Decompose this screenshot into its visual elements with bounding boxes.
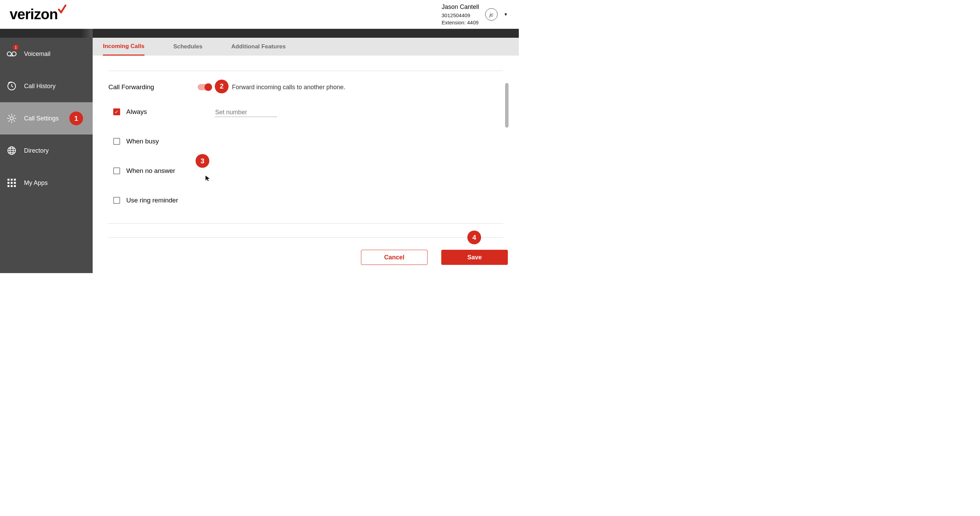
sidebar-item-voicemail[interactable]: 1 Voicemail — [0, 38, 93, 70]
sidebar-item-call-history[interactable]: Call History — [0, 70, 93, 102]
user-info: Jason Cantell 3012504409 Extension: 4409 — [442, 3, 479, 26]
svg-rect-23 — [14, 182, 16, 184]
scrollbar[interactable] — [505, 83, 509, 128]
svg-rect-20 — [14, 179, 16, 181]
main: Incoming Calls Schedules Additional Feat… — [93, 29, 519, 273]
user-extension: Extension: 4409 — [442, 19, 479, 26]
svg-rect-26 — [14, 185, 16, 187]
globe-icon — [6, 145, 17, 156]
checkbox-when-no-answer[interactable] — [113, 167, 120, 174]
svg-point-0 — [7, 52, 11, 56]
tab-incoming-calls[interactable]: Incoming Calls — [103, 38, 145, 56]
cancel-button[interactable]: Cancel — [361, 250, 428, 265]
option-always[interactable]: ✓ Always — [113, 108, 503, 116]
sidebar-item-directory[interactable]: Directory — [0, 135, 93, 167]
call-history-icon — [6, 81, 17, 92]
call-forwarding-toggle[interactable] — [198, 84, 212, 90]
call-forwarding-row: Call Forwarding 2 Forward incoming calls… — [108, 83, 503, 91]
gear-icon — [6, 113, 17, 124]
verizon-check-icon — [57, 4, 67, 16]
checkbox-always[interactable]: ✓ — [113, 108, 120, 115]
svg-point-1 — [12, 52, 16, 56]
check-icon: ✓ — [115, 110, 119, 114]
content: Call Forwarding 2 Forward incoming calls… — [93, 56, 519, 273]
toggle-knob — [205, 83, 212, 91]
set-number-input[interactable] — [215, 108, 277, 117]
sidebar-item-label: Voicemail — [24, 51, 51, 58]
svg-point-4 — [10, 117, 13, 120]
option-when-busy[interactable]: When busy — [113, 138, 503, 145]
option-label: Use ring reminder — [126, 197, 178, 204]
sidebar-item-my-apps[interactable]: My Apps — [0, 167, 93, 199]
tab-additional-features[interactable]: Additional Features — [231, 38, 286, 56]
chevron-down-icon[interactable]: ▼ — [504, 12, 508, 17]
footer-buttons: Cancel Save — [361, 250, 508, 265]
svg-line-10 — [14, 121, 15, 121]
sidebar-item-label: My Apps — [24, 179, 48, 187]
sidebar-item-label: Directory — [24, 147, 49, 154]
divider — [108, 237, 503, 238]
tabs: Incoming Calls Schedules Additional Feat… — [93, 38, 519, 56]
checkbox-ring-reminder[interactable] — [113, 197, 120, 204]
option-label: Always — [126, 108, 147, 116]
svg-rect-18 — [8, 179, 10, 181]
svg-rect-22 — [11, 182, 13, 184]
tab-schedules[interactable]: Schedules — [173, 38, 202, 56]
option-label: When no answer — [126, 167, 175, 175]
save-button[interactable]: Save — [441, 250, 508, 265]
svg-rect-25 — [11, 185, 13, 187]
forwarding-options: ✓ Always When busy When no answer — [113, 108, 503, 204]
section-description: Forward incoming calls to another phone. — [232, 84, 345, 91]
svg-rect-24 — [8, 185, 10, 187]
user-id: 3012504409 — [442, 12, 479, 19]
sidebar-item-label: Call Settings — [24, 115, 59, 122]
section-title: Call Forwarding — [108, 83, 173, 91]
cursor-icon — [205, 175, 210, 183]
option-label: When busy — [126, 138, 159, 145]
logo-text: verizon — [10, 6, 58, 23]
svg-line-9 — [9, 115, 10, 116]
option-ring-reminder[interactable]: Use ring reminder — [113, 197, 503, 204]
topbar: verizon Jason Cantell 3012504409 Extensi… — [0, 0, 519, 29]
checkbox-when-busy[interactable] — [113, 138, 120, 145]
svg-rect-21 — [8, 182, 10, 184]
annotation-3: 3 — [196, 154, 209, 168]
avatar[interactable]: jc — [485, 8, 498, 21]
apps-grid-icon — [6, 177, 17, 188]
divider — [108, 71, 503, 71]
annotation-4: 4 — [467, 230, 481, 244]
user-name: Jason Cantell — [442, 3, 479, 11]
annotation-2: 2 — [215, 79, 229, 93]
voicemail-badge: 1 — [13, 44, 19, 50]
annotation-1: 1 — [69, 111, 83, 125]
divider — [108, 223, 503, 224]
user-block[interactable]: Jason Cantell 3012504409 Extension: 4409… — [442, 3, 508, 26]
svg-line-11 — [14, 115, 15, 116]
sidebar-item-label: Call History — [24, 83, 56, 90]
sidebar: 1 Voicemail Call History — [0, 29, 93, 273]
svg-line-12 — [9, 121, 10, 121]
verizon-logo: verizon — [10, 6, 67, 23]
svg-rect-19 — [11, 179, 13, 181]
option-when-no-answer[interactable]: When no answer — [113, 167, 503, 175]
main-top-strip — [93, 29, 519, 38]
sidebar-item-call-settings[interactable]: Call Settings 1 — [0, 102, 93, 135]
